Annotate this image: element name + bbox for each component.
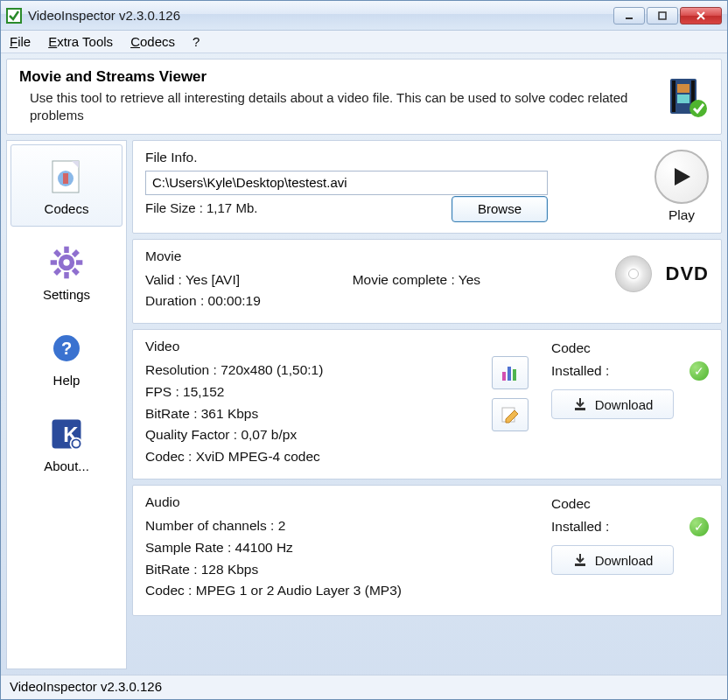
audio-group: Audio Number of channels : 2 Sample Rate…	[132, 485, 722, 616]
svg-rect-20	[53, 249, 61, 257]
pencil-icon	[500, 405, 520, 424]
fileinfo-group: File Info. File Size : 1,17 Mb. Browse P…	[132, 140, 722, 234]
sidebar-item-help[interactable]: ? Help	[10, 316, 122, 398]
gear-icon	[46, 242, 88, 284]
movie-group: Movie Valid : Yes [AVI] Movie complete :…	[132, 239, 722, 325]
play-button[interactable]	[654, 150, 709, 204]
svg-rect-12	[63, 173, 68, 184]
svg-rect-7	[677, 94, 690, 103]
svg-rect-16	[51, 260, 57, 265]
video-codec-box: Codec Installed : ✓ Download	[551, 340, 709, 419]
app-icon	[6, 8, 22, 24]
sidebar: Codecs	[6, 140, 127, 670]
video-codec-title: Codec	[551, 340, 709, 356]
svg-rect-19	[53, 268, 61, 276]
svg-rect-15	[64, 272, 69, 278]
window-buttons	[613, 7, 722, 24]
svg-marker-29	[675, 168, 690, 186]
video-codec-installed-label: Installed :	[551, 363, 609, 379]
play-wrapper: Play	[654, 150, 709, 223]
sidebar-label-settings: Settings	[43, 287, 90, 302]
video-download-label: Download	[595, 397, 654, 412]
page-description: Use this tool to retrieve all interestin…	[19, 89, 667, 125]
sidebar-label-about: About...	[44, 458, 89, 473]
svg-point-22	[63, 259, 69, 265]
chart-button[interactable]	[492, 356, 528, 389]
film-check-icon	[667, 75, 709, 117]
disc-icon	[615, 256, 652, 292]
svg-rect-1	[626, 18, 633, 19]
sidebar-item-settings[interactable]: Settings	[10, 230, 122, 312]
svg-rect-4	[672, 80, 676, 112]
video-quality: Quality Factor : 0,07 b/px	[145, 424, 709, 446]
window-title: VideoInspector v2.3.0.126	[28, 8, 613, 23]
audio-codec: Codec : MPEG 1 or 2 Audio Layer 3 (MP3)	[145, 580, 709, 602]
sidebar-label-codecs: Codecs	[45, 201, 89, 216]
audio-download-button[interactable]: Download	[551, 545, 674, 575]
maximize-icon	[658, 11, 667, 20]
close-button[interactable]	[680, 7, 722, 24]
svg-rect-0	[7, 9, 21, 23]
svg-rect-6	[677, 84, 690, 93]
audio-codec-installed-label: Installed :	[551, 519, 609, 535]
audio-download-label: Download	[595, 553, 654, 568]
movie-valid: Valid : Yes [AVI]	[145, 272, 240, 287]
svg-text:?: ?	[61, 339, 72, 358]
minimize-button[interactable]	[613, 7, 645, 24]
browse-button[interactable]: Browse	[452, 196, 548, 222]
svg-rect-35	[575, 408, 585, 410]
video-group: Video Resolution : 720x480 (1,50:1) FPS …	[132, 329, 722, 480]
main-panel: File Info. File Size : 1,17 Mb. Browse P…	[132, 140, 722, 670]
sidebar-label-help: Help	[53, 373, 80, 388]
svg-rect-32	[513, 369, 516, 381]
header-panel: Movie and Streams Viewer Use this tool t…	[6, 59, 722, 135]
video-download-button[interactable]: Download	[551, 389, 674, 419]
movie-right: DVD	[615, 256, 709, 292]
svg-rect-30	[502, 372, 506, 381]
titlebar: VideoInspector v2.3.0.126	[1, 1, 727, 31]
video-codec: Codec : XviD MPEG-4 codec	[145, 446, 709, 468]
svg-rect-36	[575, 564, 585, 566]
menubar: File Extra Tools Codecs ?	[1, 31, 727, 53]
close-icon	[696, 10, 706, 21]
statusbar: VideoInspector v2.3.0.126	[1, 675, 727, 699]
menu-codecs[interactable]: Codecs	[130, 34, 175, 49]
svg-rect-14	[64, 247, 69, 253]
minimize-icon	[625, 11, 634, 20]
maximize-button[interactable]	[647, 7, 678, 24]
audio-codec-box: Codec Installed : ✓ Download	[551, 496, 709, 575]
app-window: VideoInspector v2.3.0.126 File Extra Too…	[0, 0, 728, 700]
edit-button[interactable]	[492, 398, 528, 431]
dvd-label: DVD	[666, 262, 709, 285]
svg-rect-21	[72, 268, 80, 276]
menu-file[interactable]: File	[10, 34, 31, 49]
about-icon: K	[46, 413, 88, 455]
svg-rect-2	[659, 12, 666, 19]
check-icon: ✓	[690, 361, 709, 381]
download-icon	[572, 396, 588, 412]
page-title: Movie and Streams Viewer	[19, 68, 667, 86]
sidebar-item-codecs[interactable]: Codecs	[10, 144, 122, 227]
check-icon: ✓	[690, 517, 709, 536]
svg-rect-17	[76, 260, 82, 265]
svg-rect-31	[508, 367, 511, 381]
play-icon	[671, 166, 692, 187]
codecs-icon	[46, 156, 88, 198]
fileinfo-title: File Info.	[145, 150, 709, 165]
body: Codecs	[6, 140, 722, 670]
audio-codec-title: Codec	[551, 496, 709, 512]
play-label: Play	[668, 207, 695, 223]
video-tool-buttons	[492, 356, 528, 431]
movie-complete: Movie complete : Yes	[353, 272, 480, 287]
menu-help[interactable]: ?	[192, 34, 200, 49]
svg-point-8	[690, 100, 707, 117]
file-path-input[interactable]	[145, 171, 548, 195]
svg-rect-18	[72, 249, 80, 257]
download-icon	[572, 552, 588, 568]
menu-extra-tools[interactable]: Extra Tools	[48, 34, 113, 49]
movie-duration: Duration : 00:00:19	[145, 290, 709, 312]
sidebar-item-about[interactable]: K About...	[10, 402, 122, 484]
chart-icon	[500, 363, 520, 382]
help-icon: ?	[46, 327, 88, 369]
